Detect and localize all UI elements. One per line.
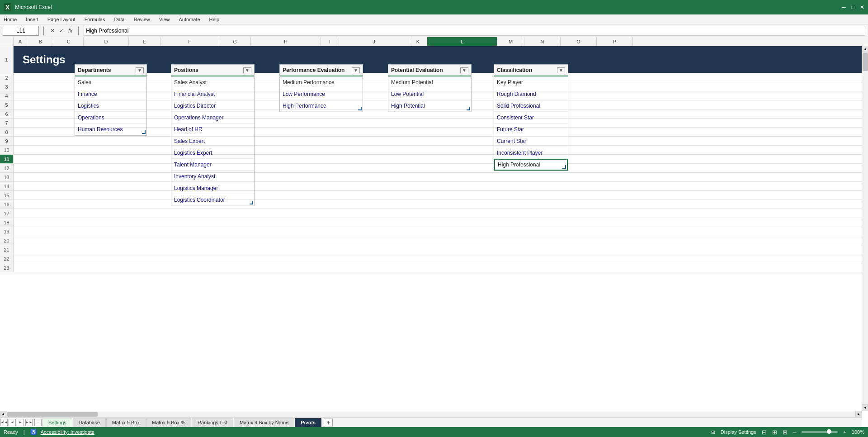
col-J[interactable]: J bbox=[339, 37, 409, 46]
perf-item-2[interactable]: High Performance bbox=[280, 100, 363, 112]
scroll-h-thumb[interactable] bbox=[7, 412, 98, 417]
view-page-break-btn[interactable]: ⊠ bbox=[783, 429, 788, 436]
class-item-1[interactable]: Rough Diamond bbox=[494, 88, 568, 100]
pot-item-0[interactable]: Medium Potential bbox=[388, 76, 471, 88]
tab-matrix-9-box[interactable]: Matrix 9 Box bbox=[106, 418, 146, 427]
pos-item-4[interactable]: Head of HR bbox=[171, 124, 254, 135]
tab-matrix-9-box-name[interactable]: Matrix 9 Box by Name bbox=[234, 418, 294, 427]
col-P[interactable]: P bbox=[597, 37, 633, 46]
close-btn[interactable]: ✕ bbox=[860, 4, 864, 10]
pos-item-5[interactable]: Sales Expert bbox=[171, 135, 254, 147]
nav-arrow-first[interactable]: ◄◄ bbox=[0, 419, 8, 426]
col-B[interactable]: B bbox=[27, 37, 54, 46]
pos-item-2[interactable]: Logistics Director bbox=[171, 100, 254, 112]
zoom-out-btn[interactable]: ─ bbox=[793, 429, 797, 435]
class-header[interactable]: Classification ▼ bbox=[494, 65, 568, 76]
col-L[interactable]: L bbox=[427, 37, 497, 46]
display-settings-label[interactable]: Display Settings bbox=[721, 429, 756, 435]
accessibility-icon[interactable]: ♿ bbox=[30, 429, 37, 435]
tab-rankings-list[interactable]: Rankings List bbox=[192, 418, 233, 427]
class-item-4[interactable]: Future Star bbox=[494, 124, 568, 135]
scroll-up-btn[interactable]: ▲ bbox=[862, 46, 868, 52]
class-item-0[interactable]: Key Player bbox=[494, 76, 568, 88]
positions-header[interactable]: Positions ▼ bbox=[171, 65, 254, 76]
scroll-thumb[interactable] bbox=[863, 53, 868, 71]
scroll-right-btn[interactable]: ► bbox=[855, 411, 862, 418]
tab-database[interactable]: Database bbox=[73, 418, 106, 427]
ribbon-page-layout[interactable]: Page Layout bbox=[47, 17, 75, 22]
ribbon-formulas[interactable]: Formulas bbox=[85, 17, 105, 22]
zoom-in-btn[interactable]: + bbox=[843, 429, 846, 435]
zoom-level[interactable]: 100% bbox=[852, 429, 864, 435]
pot-eval-dropdown-arrow[interactable]: ▼ bbox=[460, 67, 468, 73]
col-D[interactable]: D bbox=[84, 37, 129, 46]
view-page-layout-btn[interactable]: ⊞ bbox=[772, 429, 777, 436]
col-H[interactable]: H bbox=[251, 37, 321, 46]
ribbon-home[interactable]: Home bbox=[4, 17, 17, 22]
pos-item-1[interactable]: Financial Analyst bbox=[171, 88, 254, 100]
name-box[interactable]: L11 bbox=[3, 26, 39, 36]
zoom-slider[interactable] bbox=[802, 431, 838, 433]
nav-arrow-next[interactable]: ► bbox=[17, 419, 24, 426]
nav-arrow-last[interactable]: ►► bbox=[25, 419, 33, 426]
departments-header[interactable]: Departments ▼ bbox=[75, 65, 146, 76]
function-btn[interactable]: fx bbox=[67, 28, 74, 34]
display-settings-icon[interactable]: ⊞ bbox=[711, 429, 715, 435]
col-C[interactable]: C bbox=[54, 37, 84, 46]
col-N[interactable]: N bbox=[524, 37, 561, 46]
nav-arrow-prev[interactable]: ◄ bbox=[9, 419, 16, 426]
col-A[interactable]: A bbox=[14, 37, 27, 46]
class-item-7[interactable]: High Professional bbox=[494, 159, 568, 171]
pos-item-3[interactable]: Operations Manager bbox=[171, 112, 254, 124]
dept-item-logistics[interactable]: Logistics bbox=[75, 100, 146, 112]
ribbon-view[interactable]: View bbox=[159, 17, 170, 22]
ribbon-insert[interactable]: Insert bbox=[26, 17, 38, 22]
pos-item-7[interactable]: Talent Manager bbox=[171, 159, 254, 171]
pos-item-10[interactable]: Logistics Coordinator bbox=[171, 194, 254, 206]
col-E[interactable]: E bbox=[129, 37, 160, 46]
ribbon-data[interactable]: Data bbox=[114, 17, 124, 22]
perf-eval-header[interactable]: Performance Evaluation ▼ bbox=[280, 65, 363, 76]
class-item-3[interactable]: Consistent Star bbox=[494, 112, 568, 124]
scroll-down-btn[interactable]: ▼ bbox=[862, 404, 868, 411]
tab-settings[interactable]: Settings bbox=[42, 418, 72, 427]
col-K[interactable]: K bbox=[409, 37, 427, 46]
horizontal-scrollbar[interactable]: ◄ ► bbox=[0, 411, 862, 417]
col-O[interactable]: O bbox=[561, 37, 597, 46]
confirm-btn[interactable]: ✓ bbox=[58, 28, 65, 34]
ribbon-help[interactable]: Help bbox=[209, 17, 220, 22]
perf-item-0[interactable]: Medium Performance bbox=[280, 76, 363, 88]
dept-item-sales[interactable]: Sales bbox=[75, 76, 146, 88]
dept-item-finance[interactable]: Finance bbox=[75, 88, 146, 100]
col-M[interactable]: M bbox=[497, 37, 524, 46]
maximize-btn[interactable]: □ bbox=[851, 4, 854, 10]
pot-eval-header[interactable]: Potential Evaluation ▼ bbox=[388, 65, 471, 76]
class-item-2[interactable]: Solid Professional bbox=[494, 100, 568, 112]
pos-item-0[interactable]: Sales Analyst bbox=[171, 76, 254, 88]
scroll-left-btn[interactable]: ◄ bbox=[0, 411, 6, 418]
vertical-scrollbar[interactable]: ▲ ▼ bbox=[862, 46, 868, 411]
minimize-btn[interactable]: ─ bbox=[842, 4, 846, 10]
col-F[interactable]: F bbox=[160, 37, 219, 46]
pot-item-1[interactable]: Low Potential bbox=[388, 88, 471, 100]
view-normal-btn[interactable]: ⊟ bbox=[762, 429, 767, 436]
class-dropdown-arrow[interactable]: ▼ bbox=[557, 67, 565, 73]
pot-item-2[interactable]: High Potential bbox=[388, 100, 471, 112]
pos-item-8[interactable]: Inventory Analyst bbox=[171, 171, 254, 182]
nav-ellipsis[interactable]: … bbox=[34, 419, 42, 426]
perf-eval-dropdown-arrow[interactable]: ▼ bbox=[352, 67, 360, 73]
perf-item-1[interactable]: Low Performance bbox=[280, 88, 363, 100]
tab-pivots[interactable]: Pivots bbox=[295, 418, 321, 427]
cancel-btn[interactable]: ✕ bbox=[49, 28, 56, 34]
col-I[interactable]: I bbox=[321, 37, 339, 46]
class-item-6[interactable]: Inconsistent Player bbox=[494, 147, 568, 159]
ribbon-review[interactable]: Review bbox=[134, 17, 150, 22]
dept-item-operations[interactable]: Operations bbox=[75, 112, 146, 124]
pos-item-9[interactable]: Logistics Manager bbox=[171, 182, 254, 194]
dept-item-hr[interactable]: Human Resources bbox=[75, 124, 146, 135]
accessibility-label[interactable]: Accessibility: Investigate bbox=[41, 429, 94, 435]
pos-item-6[interactable]: Logistics Expert bbox=[171, 147, 254, 159]
col-G[interactable]: G bbox=[219, 37, 251, 46]
ribbon-automate[interactable]: Automate bbox=[179, 17, 200, 22]
class-item-5[interactable]: Current Star bbox=[494, 135, 568, 147]
